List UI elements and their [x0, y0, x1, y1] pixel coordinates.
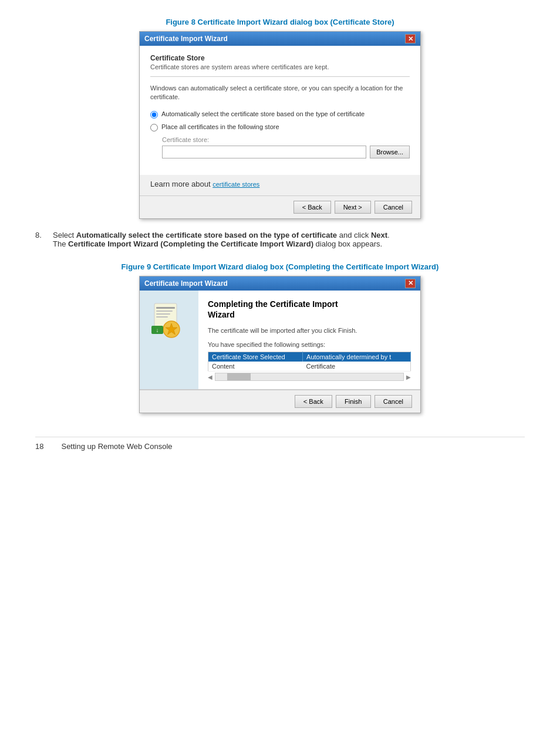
step8-line2-before: The [53, 239, 68, 248]
step8-text: Select Automatically select the certific… [53, 231, 525, 248]
figure8-radio2[interactable] [150, 124, 158, 131]
figure9-settings-title: You have specified the following setting… [208, 341, 411, 348]
figure9-col2-header: Automatically determined by t [303, 352, 411, 362]
figure9-finish-button[interactable]: Finish [336, 395, 371, 408]
page-footer: 18 Setting up Remote Web Console [35, 437, 525, 451]
figure8-titlebar: Certificate Import Wizard ✕ [140, 32, 420, 46]
scroll-thumb [227, 373, 251, 380]
figure8-radio1-label: Automatically select the certificate sto… [161, 110, 365, 117]
figure9-title: Figure 9 Certificate Import Wizard dialo… [35, 262, 525, 271]
figure8-learn-more-link[interactable]: certificate stores [212, 181, 259, 188]
step8-and-click: and click [337, 231, 371, 239]
figure8-dialog: Certificate Import Wizard ✕ Certificate … [139, 31, 421, 219]
step8-text-before: Select [53, 231, 76, 239]
figure9-table-header-row: Certificate Store Selected Automatically… [208, 352, 411, 362]
step8-bold3: Certificate Import Wizard (Completing th… [68, 239, 313, 248]
figure8-bottom-bar: < Back Next > Cancel [140, 195, 420, 218]
figure8-footer-area: Learn more about certificate stores [140, 175, 420, 195]
step8-paragraph: 8. Select Automatically select the certi… [35, 231, 525, 248]
figure9-cancel-button[interactable]: Cancel [375, 395, 412, 408]
figure9-completing-title: Completing the Certificate ImportWizard [208, 299, 411, 320]
figure8-back-button[interactable]: < Back [294, 201, 331, 214]
figure8-cancel-button[interactable]: Cancel [375, 201, 412, 214]
figure9-back-button[interactable]: < Back [295, 395, 332, 408]
certificate-icon: ↓ [151, 302, 187, 340]
figure8-radio1-option[interactable]: Automatically select the certificate sto… [150, 110, 410, 119]
figure9-right-panel: Completing the Certificate ImportWizard … [198, 291, 420, 389]
step8-line2-after: dialog box appears. [313, 239, 382, 248]
page-number: 18 [35, 442, 43, 451]
figure8-divider [150, 76, 410, 77]
figure9-col1-header: Certificate Store Selected [208, 352, 303, 362]
svg-rect-4 [156, 316, 168, 318]
figure8-section-title: Certificate Store [150, 54, 410, 62]
step8-number: 8. [35, 231, 53, 248]
figure8-cert-store-row: Browse... [162, 146, 410, 158]
figure9-col2-cell: Certificate [303, 362, 411, 372]
figure9-col1-cell: Content [208, 362, 303, 372]
figure8-title: Figure 8 Certificate Import Wizard dialo… [35, 18, 525, 26]
svg-rect-1 [156, 307, 175, 309]
footer-text: Setting up Remote Web Console [61, 442, 172, 451]
figure9-bottom-bar: < Back Finish Cancel [140, 390, 420, 413]
figure9-close-button[interactable]: ✕ [405, 279, 416, 288]
figure9-completing-desc: The certificate will be imported after y… [208, 327, 411, 334]
svg-text:↓: ↓ [156, 327, 159, 333]
step8-bold2: Next [371, 231, 387, 239]
step8-bold1: Automatically select the certificate sto… [76, 231, 337, 239]
figure9-dialog: Certificate Import Wizard ✕ ↓ Co [139, 276, 421, 413]
figure8-dialog-title: Certificate Import Wizard [144, 35, 228, 43]
figure9-scrollbar: ◀ ▶ [208, 373, 411, 381]
figure9-settings-table: Certificate Store Selected Automatically… [208, 352, 411, 372]
figure8-cert-store-label: Certificate store: [162, 136, 410, 143]
step8-period: . [387, 231, 390, 239]
figure9-titlebar: Certificate Import Wizard ✕ [140, 276, 420, 291]
scroll-left-arrow[interactable]: ◀ [208, 374, 212, 380]
figure8-radio1[interactable] [150, 111, 158, 119]
figure9-body: ↓ Completing the Certificate ImportWizar… [140, 291, 420, 389]
figure9-dialog-title: Certificate Import Wizard [144, 279, 228, 288]
figure9-icon-panel: ↓ [140, 291, 198, 389]
scroll-track[interactable] [215, 373, 404, 381]
figure9-table-row: Content Certificate [208, 362, 411, 372]
figure8-browse-button[interactable]: Browse... [370, 146, 410, 158]
figure9-separator: < Back Finish Cancel [140, 389, 420, 413]
figure8-close-button[interactable]: ✕ [405, 34, 416, 43]
scroll-right-arrow[interactable]: ▶ [406, 374, 411, 380]
svg-rect-3 [156, 313, 170, 315]
figure8-description: Windows can automatically select a certi… [150, 84, 410, 102]
figure8-content: Certificate Store Certificate stores are… [140, 46, 420, 175]
figure8-next-button[interactable]: Next > [335, 201, 371, 214]
figure8-section-subtitle: Certificate stores are system areas wher… [150, 63, 410, 70]
figure8-learn-more-prefix: Learn more about [150, 180, 212, 188]
figure8-radio2-option[interactable]: Place all certificates in the following … [150, 123, 410, 131]
figure8-radio2-label: Place all certificates in the following … [161, 123, 279, 130]
svg-rect-2 [156, 310, 173, 312]
figure8-cert-store-input[interactable] [162, 146, 366, 158]
